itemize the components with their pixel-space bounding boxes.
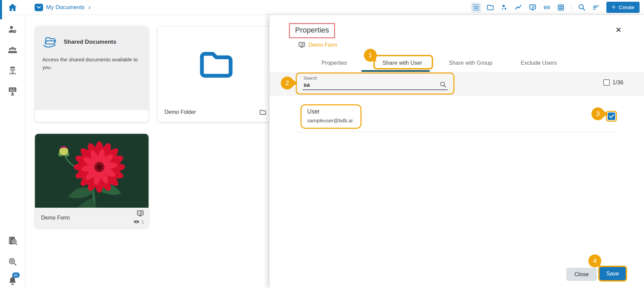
- training-board-icon[interactable]: [8, 86, 17, 96]
- app-window: My Documents ›: [0, 0, 644, 288]
- dashboard-view-icon[interactable]: [471, 2, 481, 13]
- panel-tabs: Properties Share with User Share with Gr…: [300, 57, 573, 69]
- annotation-balloon-3: 3: [591, 107, 604, 120]
- folder-type-icon: [259, 109, 266, 115]
- tab-share-with-group[interactable]: Share with Group: [436, 57, 505, 69]
- shared-folder-hand-icon: [42, 35, 58, 49]
- folder-thumbnail-icon: [196, 49, 234, 79]
- home-button[interactable]: [0, 3, 25, 12]
- search-row: Search sa 2 1/36: [270, 72, 644, 96]
- save-button[interactable]: Save: [600, 267, 626, 280]
- search-input-value: sa: [304, 82, 310, 88]
- shared-documents-description: Access the shared documents available to…: [42, 56, 142, 71]
- selection-count-label: 1/36: [612, 79, 623, 86]
- chevron-right-icon: ›: [88, 4, 91, 11]
- demo-form-title: Demo Form: [41, 215, 70, 221]
- shared-documents-body: Shared Documents Access the shared docum…: [35, 26, 149, 110]
- demo-form-thumbnail: [35, 134, 149, 208]
- form-view-icon[interactable]: [529, 4, 536, 11]
- annotation-balloon-1: 1: [364, 49, 377, 62]
- panel-title: Properties: [295, 26, 329, 34]
- properties-panel: Properties Demo Form ✕ Properties Share …: [270, 15, 644, 288]
- sidebar: 61: [0, 15, 25, 288]
- user-settings-icon[interactable]: [8, 25, 17, 34]
- home-icon: [7, 3, 18, 12]
- form-resource-icon: [298, 41, 306, 48]
- create-button[interactable]: + Create: [606, 2, 640, 13]
- properties-title-highlight-box: Properties: [289, 23, 335, 38]
- list-divider: [295, 132, 618, 132]
- user-name: User: [307, 108, 320, 115]
- tab-properties[interactable]: Properties: [300, 57, 368, 69]
- line-chart-icon[interactable]: [514, 4, 522, 11]
- shared-documents-card[interactable]: Shared Documents Access the shared docum…: [35, 26, 149, 122]
- data-center-icon[interactable]: [8, 66, 17, 76]
- form-type-icon: [136, 210, 144, 217]
- data-catalog-search-icon[interactable]: [7, 236, 18, 246]
- search-underline: [303, 89, 448, 90]
- selection-counter: 1/36: [603, 79, 623, 86]
- notification-count-badge: 61: [12, 272, 20, 278]
- demo-form-footer: Demo Form 1: [35, 208, 149, 228]
- demo-form-card[interactable]: Demo Form 1: [35, 134, 149, 228]
- folder-view-icon[interactable]: [486, 4, 494, 11]
- user-result-item[interactable]: User sampleuser@bdb.ai: [300, 104, 362, 129]
- toolbar: + Create: [472, 2, 644, 13]
- tab-exclude-users[interactable]: Exclude Users: [505, 57, 573, 69]
- close-icon[interactable]: ✕: [616, 26, 622, 35]
- eye-icon: [133, 219, 140, 224]
- user-email: sampleuser@bdb.ai: [307, 118, 353, 123]
- active-nav-indicator: [0, 0, 2, 19]
- annotation-balloon-2: 2: [281, 77, 294, 89]
- create-button-label: Create: [619, 4, 635, 11]
- demo-folder-title: Demo Folder: [164, 109, 196, 115]
- metadata-search-icon[interactable]: [8, 257, 17, 266]
- breadcrumb-label[interactable]: My Documents: [46, 4, 84, 11]
- resource-name: Demo Form: [309, 42, 337, 48]
- breadcrumb[interactable]: My Documents ›: [35, 4, 91, 11]
- annotation-box-save: Save: [598, 266, 627, 282]
- views-count: 1: [141, 219, 144, 225]
- sort-icon[interactable]: [592, 4, 600, 11]
- folder-chip-icon: [35, 4, 43, 11]
- search-input[interactable]: Search sa: [296, 73, 454, 95]
- search-field-icon[interactable]: [440, 81, 447, 88]
- annotation-balloon-4: 4: [588, 254, 601, 267]
- close-button[interactable]: Close: [566, 268, 597, 281]
- user-checkbox-checked[interactable]: [608, 112, 615, 120]
- search-icon[interactable]: [578, 3, 586, 11]
- top-bar: My Documents ›: [0, 0, 644, 15]
- plus-icon: +: [611, 3, 616, 11]
- search-input-label: Search: [304, 76, 317, 81]
- demo-folder-card[interactable]: Demo Folder: [158, 26, 273, 122]
- shared-documents-title: Shared Documents: [64, 39, 116, 45]
- user-groups-icon[interactable]: [7, 46, 18, 55]
- resource-row: Demo Form: [298, 41, 337, 48]
- select-all-checkbox[interactable]: [603, 79, 610, 86]
- scatter-chart-icon[interactable]: [501, 4, 508, 11]
- link-icon[interactable]: [543, 4, 551, 11]
- toolbar-divider: [571, 3, 571, 12]
- views-indicator: 1: [133, 219, 144, 225]
- demo-folder-footer: Demo Folder: [158, 102, 273, 122]
- grid-view-icon[interactable]: [557, 4, 565, 11]
